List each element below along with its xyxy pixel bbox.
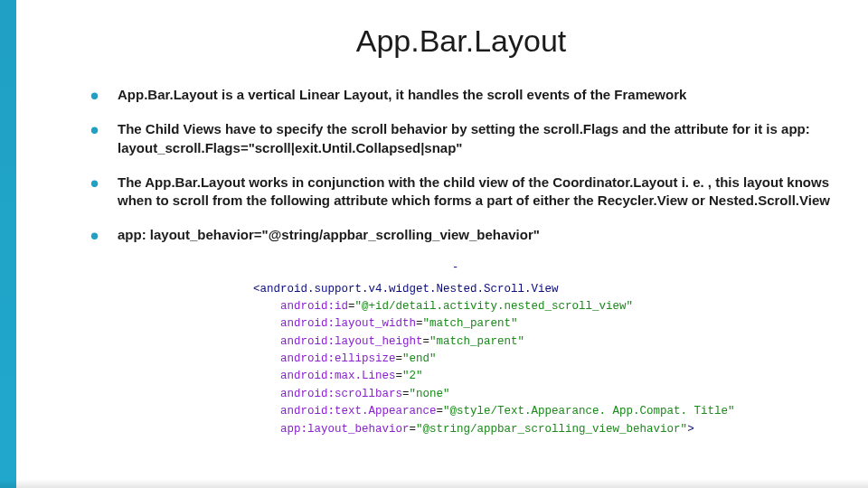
list-item: The Child Views have to specify the scro… [90, 120, 832, 157]
code-attr-value: "none" [410, 388, 450, 400]
code-attr-name: android:id [280, 300, 348, 313]
code-attr-value: "@string/appbar_scrolling_view_behavior" [416, 423, 687, 436]
code-attr-name: android:text.Appearance [280, 405, 437, 418]
code-close-tag: > [687, 423, 694, 436]
code-attr-name: app:layout_behavior [280, 423, 410, 436]
list-item: app: layout_behavior="@string/appbar_scr… [90, 226, 832, 244]
slide-body: App.Bar.Layout App.Bar.Layout is a verti… [0, 0, 868, 456]
code-attr-name: android:max.Lines [280, 370, 396, 382]
code-attr-value: "match_parent" [429, 335, 524, 348]
page-title: App.Bar.Layout [90, 23, 832, 59]
bullet-list: App.Bar.Layout is a vertical Linear Layo… [90, 86, 832, 245]
stray-mark: - [452, 261, 832, 274]
list-item: App.Bar.Layout is a vertical Linear Layo… [90, 86, 832, 104]
code-attr-value: "end" [402, 352, 437, 365]
code-attr-value: "@+id/detail.activity.nested_scroll_view… [355, 300, 634, 313]
code-attr-value: "match_parent" [423, 317, 518, 330]
accent-stripe [0, 0, 16, 488]
list-item: The App.Bar.Layout works in conjunction … [90, 174, 832, 211]
code-open-tag: <android.support.v4.widget.Nested.Scroll… [253, 283, 559, 296]
code-attr-name: android:ellipsize [280, 352, 396, 365]
bottom-shadow [0, 479, 868, 488]
xml-code-block: <android.support.v4.widget.Nested.Scroll… [253, 281, 832, 438]
code-attr-value: "@style/Text.Appearance. App.Compat. Tit… [443, 405, 735, 418]
code-attr-value: "2" [402, 370, 423, 382]
code-attr-name: android:scrollbars [280, 388, 402, 400]
code-attr-name: android:layout_height [280, 335, 423, 348]
code-attr-name: android:layout_width [280, 317, 416, 330]
